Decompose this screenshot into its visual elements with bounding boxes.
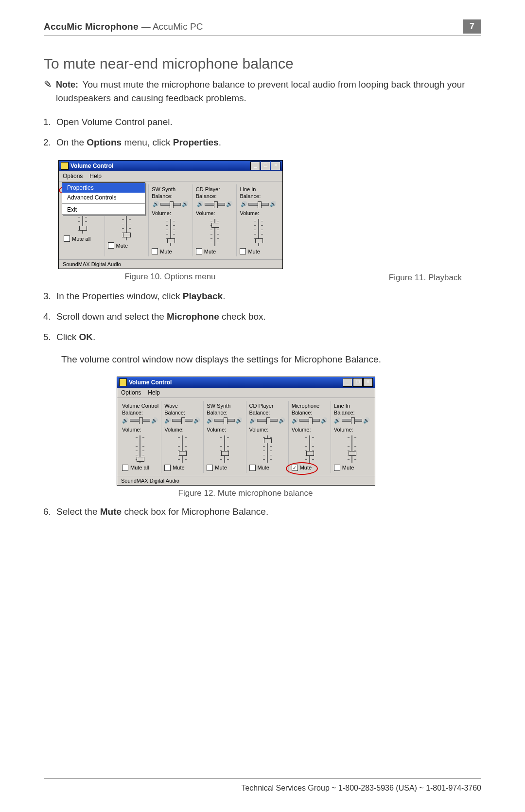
mixer-channel: CD Player Balance: 🔊 🔊 Volume: Mute xyxy=(246,401,289,473)
mute-checkbox[interactable]: Mute xyxy=(334,465,370,471)
balance-slider[interactable]: 🔊 🔊 xyxy=(249,417,285,424)
balance-slider[interactable]: 🔊 🔊 xyxy=(292,417,328,424)
section-title: To mute near-end microphone balance xyxy=(44,55,481,72)
volume-slider[interactable] xyxy=(120,213,133,240)
app-icon xyxy=(61,162,69,170)
note-text: You must mute the microphone balance to … xyxy=(56,79,465,103)
balance-slider[interactable]: 🔊 🔊 xyxy=(196,201,234,207)
checkbox-icon xyxy=(64,235,70,242)
volume-label: Volume: xyxy=(240,210,278,216)
minimize-button[interactable]: _ xyxy=(343,378,352,387)
mute-label: Mute xyxy=(215,465,227,470)
volume-slider[interactable] xyxy=(218,435,231,463)
balance-slider[interactable]: 🔊 🔊 xyxy=(164,417,200,424)
volume-control-window-2: Volume Control _ □ × Options Help Volume… xyxy=(117,377,375,486)
mute-checkbox[interactable]: Mute all xyxy=(122,465,158,471)
speaker-right-icon: 🔊 xyxy=(182,201,189,207)
steps-list-3: Select the Mute check box for Microphone… xyxy=(44,503,481,521)
mute-label: Mute all xyxy=(130,465,149,470)
step-item: Select the Mute check box for Microphone… xyxy=(53,503,481,521)
speaker-right-icon: 🔊 xyxy=(279,417,285,424)
note-block: ✎ Note: You must mute the microphone bal… xyxy=(44,78,481,105)
channel-balance-label: Balance: xyxy=(240,193,278,199)
channel-title: CD Player xyxy=(196,186,234,192)
speaker-left-icon: 🔊 xyxy=(153,201,159,207)
speaker-left-icon: 🔊 xyxy=(241,201,247,207)
volume-label: Volume: xyxy=(196,210,234,216)
mute-checkbox[interactable]: ✓ Mute xyxy=(292,465,328,471)
menu-help[interactable]: Help xyxy=(89,173,102,180)
volume-slider[interactable] xyxy=(134,435,146,463)
volume-slider[interactable] xyxy=(176,435,189,463)
close-button[interactable]: × xyxy=(363,378,373,387)
mixer-channel: Microphone Balance: 🔊 🔊 Volume: ✓ Mute xyxy=(289,401,331,473)
header-subtitle: — AccuMic PC xyxy=(141,21,203,32)
volume-slider[interactable] xyxy=(346,435,358,463)
mute-label: Mute xyxy=(258,465,269,470)
checkbox-icon xyxy=(207,465,213,471)
checkbox-icon: ✓ xyxy=(292,465,298,471)
channel-title: CD Player xyxy=(249,403,285,409)
menu-options[interactable]: Options xyxy=(121,389,141,396)
note-label: Note: xyxy=(56,80,78,90)
volume-slider[interactable] xyxy=(252,219,265,246)
mute-checkbox[interactable]: Mute all xyxy=(64,235,102,242)
channel-title: SW Synth xyxy=(207,403,243,409)
steps-list-1: Open Volume Control panel.On the Options… xyxy=(44,113,481,151)
step-item: Open Volume Control panel. xyxy=(53,113,481,131)
balance-slider[interactable]: 🔊 🔊 xyxy=(207,417,243,424)
balance-slider[interactable]: 🔊 🔊 xyxy=(122,417,158,424)
checkbox-icon xyxy=(152,248,158,254)
result-paragraph: The volume control window now displays t… xyxy=(61,352,481,367)
speaker-left-icon: 🔊 xyxy=(334,417,341,424)
channel-title: Microphone xyxy=(292,403,328,409)
mute-checkbox[interactable]: Mute xyxy=(164,465,200,471)
mute-label: Mute xyxy=(204,249,216,254)
channel-balance-label: Balance: xyxy=(122,410,158,415)
menu-help[interactable]: Help xyxy=(148,389,160,396)
minimize-button[interactable]: _ xyxy=(250,162,260,170)
volume-label: Volume: xyxy=(249,427,285,433)
volume-label: Volume: xyxy=(334,427,370,433)
mute-label: Mute xyxy=(248,249,260,254)
speaker-right-icon: 🔊 xyxy=(193,417,200,424)
options-dropdown: Properties Advanced Controls Exit xyxy=(62,182,145,215)
mute-checkbox[interactable]: Mute xyxy=(152,248,190,254)
mute-checkbox[interactable]: Mute xyxy=(196,248,234,254)
menu-item-properties[interactable]: Properties xyxy=(62,183,145,193)
channel-title: Line In xyxy=(334,403,370,409)
figure-11-caption: Figure 11. Playback xyxy=(58,273,462,283)
volume-slider[interactable] xyxy=(261,435,274,463)
mute-checkbox[interactable]: Mute xyxy=(240,248,278,254)
mute-checkbox[interactable]: Mute xyxy=(249,465,285,471)
menu-item-exit[interactable]: Exit xyxy=(62,205,145,215)
mixer-channel: Wave Balance: 🔊 🔊 Volume: Mute xyxy=(161,401,204,473)
maximize-button[interactable]: □ xyxy=(353,378,363,387)
mute-checkbox[interactable]: Mute xyxy=(108,242,146,249)
figure-12: Volume Control _ □ × Options Help Volume… xyxy=(58,377,481,498)
balance-slider[interactable]: 🔊 🔊 xyxy=(152,201,190,207)
maximize-button[interactable]: □ xyxy=(261,162,270,170)
channel-balance-label: Balance: xyxy=(196,193,234,199)
balance-slider[interactable]: 🔊 🔊 xyxy=(240,201,278,207)
mute-label: Mute xyxy=(342,465,354,470)
volume-slider[interactable] xyxy=(209,219,221,246)
channel-balance-label: Balance: xyxy=(249,410,285,415)
balance-slider[interactable]: 🔊 🔊 xyxy=(334,417,370,424)
speaker-left-icon: 🔊 xyxy=(207,417,213,424)
checkbox-icon xyxy=(108,242,114,249)
mixer-channel: Line In Balance: 🔊 🔊 Volume: Mute xyxy=(237,184,280,256)
mixer-channel: SW Synth Balance: 🔊 🔊 Volume: Mute xyxy=(204,401,246,473)
page-number: 7 xyxy=(463,19,481,34)
menu-item-advanced[interactable]: Advanced Controls xyxy=(62,193,145,202)
menu-options[interactable]: Options xyxy=(63,173,83,180)
mixer-channel: CD Player Balance: 🔊 🔊 Volume: Mute xyxy=(193,184,237,256)
volume-slider[interactable] xyxy=(164,219,177,246)
figure-12-caption: Figure 12. Mute microphone balance xyxy=(117,488,374,498)
step-item: Click OK. xyxy=(53,328,481,346)
close-button[interactable]: × xyxy=(271,162,280,170)
mute-checkbox[interactable]: Mute xyxy=(207,465,243,471)
volume-control-window-1: Volume Control _ □ × Options Help Proper… xyxy=(58,160,283,269)
volume-slider[interactable] xyxy=(303,435,316,463)
checkbox-icon xyxy=(164,465,171,471)
